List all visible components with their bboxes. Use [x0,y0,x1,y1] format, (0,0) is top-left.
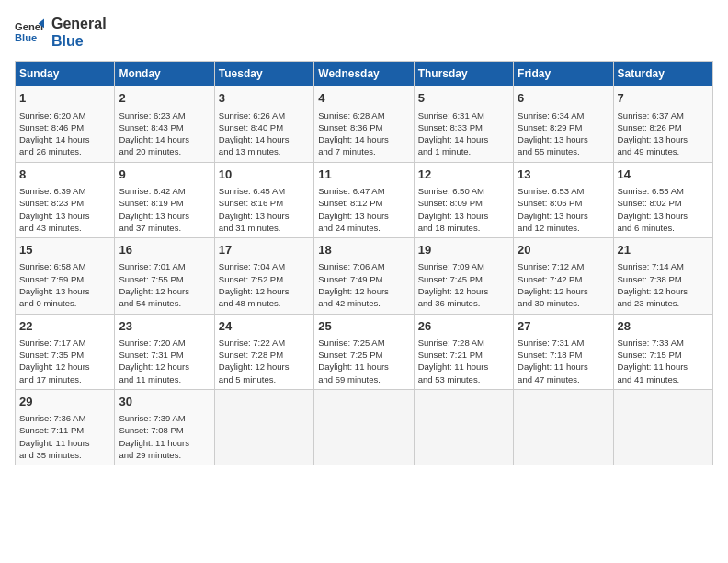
day-info: and 30 minutes. [518,297,609,309]
col-header-thursday: Thursday [414,62,513,86]
calendar-cell: 28Sunrise: 7:33 AMSunset: 7:15 PMDayligh… [613,314,712,389]
day-info: Sunset: 8:33 PM [418,121,509,133]
calendar-cell: 7Sunrise: 6:37 AMSunset: 8:26 PMDaylight… [613,86,712,162]
day-number: 7 [618,90,709,107]
day-info: Sunset: 7:49 PM [318,273,409,285]
calendar-cell: 11Sunrise: 6:47 AMSunset: 8:12 PMDayligh… [314,162,414,237]
day-number: 28 [618,318,709,335]
calendar-cell: 20Sunrise: 7:12 AMSunset: 7:42 PMDayligh… [514,238,613,314]
week-row-2: 8Sunrise: 6:39 AMSunset: 8:23 PMDaylight… [16,162,713,237]
day-info: Sunset: 7:11 PM [19,424,110,436]
day-info: Daylight: 12 hours [19,361,110,373]
day-info: Sunrise: 6:23 AM [119,109,210,121]
day-info: Sunrise: 6:28 AM [318,109,409,121]
day-number: 26 [418,318,509,335]
day-info: and 53 minutes. [418,373,509,385]
day-info: and 35 minutes. [19,449,110,461]
calendar-cell: 4Sunrise: 6:28 AMSunset: 8:36 PMDaylight… [314,86,414,162]
day-info: Sunset: 7:35 PM [19,349,110,361]
day-number: 11 [318,167,409,183]
calendar-cell: 18Sunrise: 7:06 AMSunset: 7:49 PMDayligh… [314,238,414,314]
day-number: 1 [19,90,110,107]
day-info: Daylight: 11 hours [119,437,210,449]
day-number: 24 [219,318,310,335]
calendar-cell: 3Sunrise: 6:26 AMSunset: 8:40 PMDaylight… [214,86,313,162]
day-info: Sunset: 7:31 PM [119,349,210,361]
day-info: Sunrise: 7:36 AM [19,412,110,424]
day-number: 19 [418,242,509,259]
calendar-cell: 14Sunrise: 6:55 AMSunset: 8:02 PMDayligh… [613,162,712,237]
day-info: Sunset: 8:40 PM [219,121,310,133]
day-info: Sunset: 8:12 PM [318,197,409,209]
day-number: 22 [19,318,110,335]
day-info: Sunrise: 7:01 AM [119,260,210,272]
day-info: Sunset: 7:55 PM [119,273,210,285]
day-info: Daylight: 12 hours [418,285,509,297]
calendar-cell: 30Sunrise: 7:39 AMSunset: 7:08 PMDayligh… [115,389,214,465]
day-info: Sunrise: 7:31 AM [518,337,609,349]
day-number: 14 [618,167,709,183]
day-info: Sunrise: 6:42 AM [119,185,210,197]
day-info: and 6 minutes. [618,222,709,234]
day-number: 2 [119,90,210,107]
calendar-cell: 10Sunrise: 6:45 AMSunset: 8:16 PMDayligh… [214,162,313,237]
day-info: Daylight: 11 hours [518,361,609,373]
calendar-cell: 17Sunrise: 7:04 AMSunset: 7:52 PMDayligh… [214,238,313,314]
day-info: and 36 minutes. [418,297,509,309]
day-info: Daylight: 13 hours [518,210,609,222]
day-number: 25 [318,318,409,335]
day-info: Daylight: 13 hours [418,210,509,222]
calendar-cell: 1Sunrise: 6:20 AMSunset: 8:46 PMDaylight… [16,86,115,162]
day-info: Sunrise: 6:47 AM [318,185,409,197]
calendar-cell [414,389,513,465]
calendar-cell: 26Sunrise: 7:28 AMSunset: 7:21 PMDayligh… [414,314,513,389]
day-info: Sunset: 8:16 PM [219,197,310,209]
day-info: Sunrise: 6:31 AM [418,109,509,121]
day-info: Sunrise: 7:39 AM [119,412,210,424]
day-info: Sunrise: 7:28 AM [418,337,509,349]
day-number: 6 [518,90,609,107]
day-number: 27 [518,318,609,335]
day-info: Sunset: 7:38 PM [618,273,709,285]
day-info: Sunset: 8:43 PM [119,121,210,133]
day-info: Daylight: 13 hours [119,210,210,222]
calendar-cell: 21Sunrise: 7:14 AMSunset: 7:38 PMDayligh… [613,238,712,314]
day-info: Sunset: 7:15 PM [618,349,709,361]
col-header-sunday: Sunday [16,62,115,86]
day-info: and 5 minutes. [219,373,310,385]
day-info: and 24 minutes. [318,222,409,234]
day-info: Daylight: 11 hours [318,361,409,373]
day-info: Daylight: 11 hours [19,437,110,449]
logo: General Blue General Blue [15,15,107,50]
day-info: and 48 minutes. [219,297,310,309]
day-info: Daylight: 12 hours [219,285,310,297]
day-info: Sunset: 7:18 PM [518,349,609,361]
day-info: Sunset: 8:19 PM [119,197,210,209]
day-info: Daylight: 14 hours [418,133,509,145]
day-info: Sunrise: 6:39 AM [19,185,110,197]
day-number: 3 [219,90,310,107]
week-row-4: 22Sunrise: 7:17 AMSunset: 7:35 PMDayligh… [16,314,713,389]
week-row-1: 1Sunrise: 6:20 AMSunset: 8:46 PMDaylight… [16,86,713,162]
day-info: Sunrise: 7:12 AM [518,260,609,272]
day-info: Sunset: 8:29 PM [518,121,609,133]
calendar-cell: 5Sunrise: 6:31 AMSunset: 8:33 PMDaylight… [414,86,513,162]
day-info: and 31 minutes. [219,222,310,234]
day-info: and 1 minute. [418,145,509,157]
day-info: Sunset: 8:09 PM [418,197,509,209]
day-info: and 7 minutes. [318,145,409,157]
day-info: Daylight: 13 hours [219,210,310,222]
day-info: Sunrise: 6:37 AM [618,109,709,121]
day-info: Sunrise: 6:55 AM [618,185,709,197]
day-info: Sunset: 8:06 PM [518,197,609,209]
day-number: 23 [119,318,210,335]
calendar-cell: 25Sunrise: 7:25 AMSunset: 7:25 PMDayligh… [314,314,414,389]
day-info: Sunset: 8:46 PM [19,121,110,133]
header-row: SundayMondayTuesdayWednesdayThursdayFrid… [16,62,713,86]
day-info: Daylight: 14 hours [318,133,409,145]
day-info: and 13 minutes. [219,145,310,157]
day-number: 16 [119,242,210,259]
day-info: Daylight: 11 hours [618,361,709,373]
day-number: 10 [219,167,310,183]
day-info: Daylight: 14 hours [119,133,210,145]
